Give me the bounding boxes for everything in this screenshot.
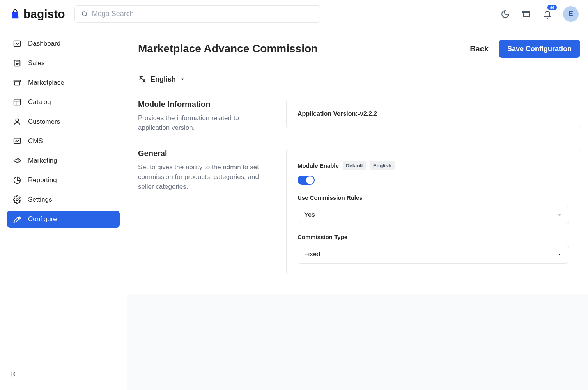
sidebar-item-label: Configure [28,215,57,223]
store-icon[interactable] [521,9,532,20]
sidebar-item-customers[interactable]: Customers [7,113,120,130]
back-link[interactable]: Back [470,44,489,53]
use-commission-rules-label: Use Commission Rules [298,194,363,201]
configure-icon [12,214,22,224]
application-version: Application Version:-v2.2.2 [298,110,569,117]
sidebar-item-configure[interactable]: Configure [7,211,120,228]
catalog-icon [12,98,22,107]
chevron-down-icon [180,76,185,82]
reporting-icon [12,176,22,185]
commission-type-label: Commission Type [298,234,347,240]
module-info-card: Application Version:-v2.2.2 [286,100,580,128]
locale-switcher[interactable]: English [138,75,580,83]
use-commission-rules-select[interactable]: Yes [298,206,569,224]
sidebar-item-label: Marketing [28,157,57,165]
sidebar-item-label: Settings [28,196,52,204]
page-title: Marketplace Advance Commission [138,43,318,55]
svg-point-7 [16,199,18,201]
sidebar-item-label: Customers [28,118,60,126]
dashboard-icon [12,39,22,48]
brand-name: bagisto [23,7,65,21]
marketplace-icon [12,78,22,87]
sidebar-item-label: Marketplace [28,79,64,87]
dark-mode-icon[interactable] [500,9,511,20]
sales-icon [12,58,22,68]
sidebar-menu: Dashboard Sales Marketplace Catalog Cust… [7,35,120,228]
collapse-sidebar-icon[interactable] [9,369,20,379]
cms-icon [12,136,22,146]
brand-logo[interactable]: bagisto [9,7,65,21]
general-description: Set to gives the ability to the admin to… [138,163,271,191]
notifications-icon[interactable]: 44 [542,9,553,20]
sidebar-item-sales[interactable]: Sales [7,55,120,72]
chevron-down-icon [557,212,562,218]
customers-icon [12,117,22,126]
general-heading: General [138,149,271,158]
sidebar-item-marketing[interactable]: Marketing [7,152,120,169]
svg-rect-5 [14,138,21,144]
save-configuration-button[interactable]: Save Configuration [499,40,580,58]
search-input[interactable] [92,10,314,18]
settings-icon [12,195,22,204]
notifications-badge: 44 [547,5,557,10]
use-commission-rules-value: Yes [304,211,315,219]
sidebar-item-settings[interactable]: Settings [7,191,120,208]
commission-type-select[interactable]: Fixed [298,245,569,264]
svg-point-0 [82,12,87,16]
sidebar-item-label: Reporting [28,176,57,184]
sidebar-item-catalog[interactable]: Catalog [7,94,120,111]
module-info-heading: Module Information [138,100,271,109]
locale-label: English [151,75,176,83]
svg-point-4 [16,119,18,122]
module-enable-toggle[interactable] [298,176,315,185]
sidebar-item-label: Dashboard [28,40,60,48]
general-card: Module Enable Default English [286,149,580,274]
search-input-wrap[interactable] [74,5,321,23]
sidebar-item-label: Sales [28,59,45,67]
sidebar-item-dashboard[interactable]: Dashboard [7,35,120,52]
module-enable-label: Module Enable [298,162,339,169]
chip-english: English [370,161,395,170]
translate-icon [138,75,147,83]
search-icon [81,11,88,18]
svg-rect-3 [14,99,21,105]
sidebar-item-marketplace[interactable]: Marketplace [7,74,120,91]
avatar-initial: E [569,10,573,18]
sidebar-item-cms[interactable]: CMS [7,133,120,150]
page-background-rest [127,294,588,390]
chevron-down-icon [557,252,562,257]
sidebar-item-label: Catalog [28,98,51,106]
sidebar-item-label: CMS [28,137,43,145]
toggle-knob [306,176,314,184]
avatar[interactable]: E [563,6,579,22]
module-info-description: Provides the information related to appl… [138,113,271,133]
bag-icon [9,8,21,20]
sidebar-item-reporting[interactable]: Reporting [7,172,120,189]
commission-type-value: Fixed [304,250,321,258]
marketing-icon [12,156,22,165]
chip-default: Default [343,161,366,170]
